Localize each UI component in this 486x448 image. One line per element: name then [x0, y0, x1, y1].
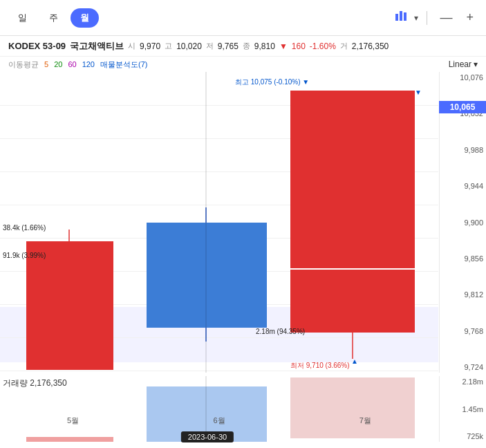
svg-rect-7 — [147, 223, 267, 328]
high-label: 고 — [165, 41, 172, 51]
vol-val: 2,176,350 — [352, 41, 389, 51]
svg-rect-2 — [404, 12, 406, 21]
chart-container: 최고 10,075 (-0.10%) ▼ ▼ 38.4k (1.66%) 91.… — [0, 72, 486, 445]
low-val: 9,765 — [218, 41, 239, 51]
period-day-btn[interactable]: 일 — [8, 8, 37, 28]
ma-bar: 이동평균 5 20 60 120 매물분석도(7) Linear ▾ — [0, 57, 486, 72]
date-label-jun: 6월 — [213, 416, 225, 426]
close-label: 종 — [243, 41, 250, 51]
price-tick-7: 9,768 — [442, 327, 483, 335]
stock-code: KODEX 53-09 — [8, 41, 66, 51]
toolbar-right: ▾ — + — [393, 8, 478, 27]
open-val: 9,970 — [140, 41, 160, 51]
svg-rect-4 — [26, 241, 113, 370]
vol-label: 거 — [340, 41, 348, 51]
zoom-out-btn[interactable]: — — [436, 9, 456, 26]
chart-type-dropdown-icon[interactable]: ▾ — [414, 13, 418, 23]
vol-tick-2: 725k — [442, 432, 483, 440]
annotation-high: 최고 10,075 (-0.10%) ▼ — [235, 77, 309, 87]
vol-tick-1: 1.45m — [442, 405, 483, 413]
price-tick-4: 9,900 — [442, 218, 483, 227]
current-price-label: 10,065 — [439, 101, 486, 113]
info-bar: KODEX 53-09 국고채액티브 시 9,970 고 10,020 저 9,… — [0, 36, 486, 57]
change-arrow: ▼ — [279, 41, 288, 51]
date-label-jul: 7월 — [359, 416, 371, 426]
price-tick-8: 9,724 — [442, 363, 483, 371]
period-month-btn[interactable]: 월 — [71, 8, 99, 28]
period-week-btn[interactable]: 주 — [39, 8, 68, 28]
date-labels-row: 5월 6월 7월 — [0, 416, 438, 426]
price-tick-3: 9,944 — [442, 182, 483, 190]
change-pct: -1.60% — [310, 41, 336, 51]
annotation-vol3: 2.18m (94.35%) — [256, 328, 305, 335]
ma-label: 이동평균 — [8, 59, 39, 70]
ma120-label[interactable]: 120 — [82, 60, 95, 68]
date-label-may: 5월 — [67, 416, 79, 426]
svg-rect-13 — [26, 437, 113, 442]
annotation-vol1: 38.4k (1.66%) — [3, 224, 46, 232]
svg-rect-1 — [400, 11, 402, 21]
candles-svg — [0, 72, 438, 373]
price-axis: 10,076 10,032 9,988 9,944 9,900 9,856 9,… — [439, 72, 486, 373]
vol-axis: 2.18m 1.45m 725k — [439, 376, 486, 442]
toolbar: 일 주 월 ▾ — + — [0, 0, 486, 36]
low-label: 저 — [206, 41, 214, 51]
vol-total-label: 거래량 2,176,350 — [3, 377, 67, 389]
tooltip-date: 2023-06-30 — [181, 431, 234, 442]
high-marker: ▼ — [415, 88, 422, 96]
price-tick-2: 9,988 — [442, 146, 483, 154]
linear-chevron-icon: ▾ — [474, 59, 478, 69]
linear-dropdown-btn[interactable]: Linear ▾ — [449, 59, 478, 69]
change-val: 160 — [292, 41, 306, 51]
vol-tick-0: 2.18m — [442, 377, 483, 386]
toolbar-divider — [427, 11, 427, 25]
ma20-label[interactable]: 20 — [54, 60, 62, 68]
linear-label: Linear — [449, 59, 471, 69]
svg-rect-11 — [290, 91, 415, 333]
close-val: 9,810 — [254, 41, 275, 51]
low-marker: ▲ — [351, 357, 358, 365]
price-tick-0: 10,076 — [442, 73, 483, 82]
annotation-low: 최저 9,710 (3.66%) — [290, 361, 350, 371]
candles-area: 최고 10,075 (-0.10%) ▼ ▼ 38.4k (1.66%) 91.… — [0, 72, 438, 373]
svg-rect-0 — [395, 14, 398, 21]
chart-type-icon[interactable] — [393, 8, 409, 27]
annotation-vol2: 91.9k (3.99%) — [3, 252, 46, 259]
price-tick-6: 9,812 — [442, 290, 483, 299]
price-tick-5: 9,856 — [442, 254, 483, 263]
open-label: 시 — [128, 41, 135, 51]
stock-name: 국고채액티브 — [70, 40, 124, 53]
ma-analysis-btn[interactable]: 매물분석도(7) — [100, 59, 147, 70]
svg-rect-16 — [290, 377, 415, 438]
ma60-label[interactable]: 60 — [68, 60, 76, 68]
zoom-in-btn[interactable]: + — [462, 9, 478, 26]
ma5-label[interactable]: 5 — [44, 60, 48, 68]
high-val: 10,020 — [176, 41, 202, 51]
